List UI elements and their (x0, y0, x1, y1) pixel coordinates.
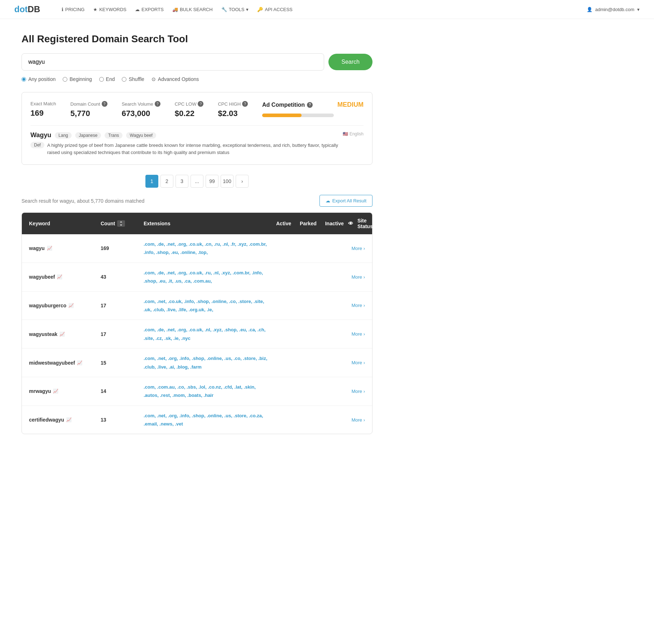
extensions-cell: .com, .com.au, .co, .sbs, .lol, .co.nz, … (144, 383, 272, 400)
extensions-cell: .com, .net, .org, .info, .shop, .online,… (144, 354, 272, 371)
table-row: wagyu 📈 169 .com, .de, .net, .org, .co.u… (22, 234, 372, 263)
eye-icon: 👁 (348, 221, 353, 226)
truck-icon: 🚚 (172, 7, 178, 12)
keyword-cell: mrwagyu 📈 (29, 388, 101, 394)
export-button[interactable]: ☁ Export All Result (319, 195, 372, 207)
keyword-cell: wagyuburgerco 📈 (29, 303, 101, 308)
header-status: Active Parked Inactive 👁 Site Status (272, 218, 365, 229)
trend-icon[interactable]: 📈 (57, 274, 62, 279)
page-2[interactable]: 2 (160, 175, 173, 188)
count-cell: 169 (101, 245, 144, 251)
chevron-down-icon: ▾ (637, 7, 640, 12)
advanced-options-toggle[interactable]: ⊙ Advanced Options (152, 76, 199, 82)
more-link[interactable]: More › (351, 360, 365, 365)
ad-competition-info-icon[interactable]: ? (307, 102, 313, 108)
keyword-wagyu: wagyu (29, 245, 45, 251)
trend-icon[interactable]: 📈 (47, 246, 52, 251)
search-input[interactable] (21, 53, 324, 71)
page-3[interactable]: 3 (175, 175, 188, 188)
page-ellipsis: ... (191, 175, 203, 188)
sort-icon[interactable] (117, 220, 125, 227)
stat-ad-competition: Ad Competition ? MEDIUM (262, 101, 364, 117)
extensions-cell: .com, .net, .org, .info, .shop, .online,… (144, 412, 272, 428)
result-info: Search result for wagyu, about 5,770 dom… (21, 195, 372, 207)
extensions-cell: .com, .de, .net, .org, .co.uk, .cn, .ru,… (144, 240, 272, 257)
flag-icon: 🇺🇸 (343, 131, 348, 136)
nav-tools[interactable]: 🔧 TOOLS ▾ (221, 7, 249, 12)
more-link[interactable]: More › (351, 274, 365, 280)
wagyu-beef-tag: Wagyu beef (126, 132, 156, 139)
position-any[interactable]: Any position (21, 76, 56, 82)
position-shuffle[interactable]: Shuffle (122, 76, 144, 82)
more-cell: More › (272, 417, 365, 423)
count-cell: 14 (101, 388, 144, 394)
more-link[interactable]: More › (351, 417, 365, 423)
search-button[interactable]: Search (328, 54, 372, 70)
more-link[interactable]: More › (351, 389, 365, 394)
domain-count-info-icon[interactable]: ? (102, 101, 107, 107)
logo[interactable]: dotDB (14, 4, 40, 14)
cpc-high-info-icon[interactable]: ? (242, 101, 248, 107)
toggle-icon: ⊙ (152, 76, 156, 82)
stat-domain-count: Domain Count ? 5,770 (71, 101, 107, 118)
cloud-icon: ☁ (135, 7, 140, 12)
search-volume-info-icon[interactable]: ? (155, 101, 160, 107)
keyword-midwestwagyubeef: midwestwagyubeef (29, 360, 75, 366)
trend-icon[interactable]: 📈 (59, 332, 65, 337)
more-link[interactable]: More › (351, 303, 365, 308)
stat-cpc-low: CPC LOW ? $0.22 (175, 101, 204, 118)
more-cell: More › (272, 246, 365, 251)
user-icon: 👤 (587, 7, 592, 12)
page-1[interactable]: 1 (145, 175, 158, 188)
nav-pricing[interactable]: ℹ PRICING (62, 7, 85, 12)
more-link[interactable]: More › (351, 331, 365, 337)
nav-keywords[interactable]: ★ KEYWORDS (93, 7, 126, 12)
main-nav: ℹ PRICING ★ KEYWORDS ☁ EXPORTS 🚚 BULK SE… (62, 7, 640, 12)
keyword-cell: wagyu 📈 (29, 245, 101, 251)
extensions-cell: .com, .de, .net, .org, .co.uk, .ru, .nl,… (144, 269, 272, 285)
stat-cpc-high: CPC HIGH ? $2.03 (218, 101, 248, 118)
table-row: wagyusteak 📈 17 .com, .de, .net, .org, .… (22, 320, 372, 349)
user-menu[interactable]: 👤 admin@dotdb.com ▾ (587, 7, 640, 12)
nav-bulk-search[interactable]: 🚚 BULK SEARCH (172, 7, 213, 12)
info-icon: ℹ (62, 7, 63, 12)
page-next[interactable]: › (236, 175, 249, 188)
ad-competition-fill (262, 114, 302, 117)
page-99[interactable]: 99 (206, 175, 218, 188)
position-beginning[interactable]: Beginning (63, 76, 92, 82)
stat-search-volume: Search Volume ? 673,000 (122, 101, 160, 118)
nav-exports[interactable]: ☁ EXPORTS (135, 7, 164, 12)
word-language: 🇺🇸 English (343, 131, 364, 136)
trend-icon[interactable]: 📈 (68, 303, 74, 308)
extensions-cell: .com, .net, .co.uk, .info, .shop, .onlin… (144, 297, 272, 314)
trend-icon[interactable]: 📈 (66, 417, 72, 422)
count-cell: 17 (101, 331, 144, 337)
stats-row: Exact Match 169 Domain Count ? 5,770 Sea… (30, 101, 364, 118)
more-cell: More › (272, 274, 365, 280)
position-options: Any position Beginning End Shuffle ⊙ Adv… (21, 76, 372, 82)
page-100[interactable]: 100 (221, 175, 234, 188)
chevron-down-icon: ▾ (246, 7, 249, 12)
position-end[interactable]: End (99, 76, 115, 82)
keyword-certifiedwagyu: certifiedwagyu (29, 417, 64, 423)
cpc-low-info-icon[interactable]: ? (198, 101, 203, 107)
table-row: wagyubeef 📈 43 .com, .de, .net, .org, .c… (22, 263, 372, 292)
lang-tag: Lang (55, 132, 72, 139)
keyword-cell: midwestwagyubeef 📈 (29, 360, 101, 366)
count-cell: 17 (101, 303, 144, 308)
word-header: Wagyu Lang Japanese Trans Wagyu beef (30, 131, 343, 139)
trend-icon[interactable]: 📈 (77, 360, 82, 365)
stats-card: Exact Match 169 Domain Count ? 5,770 Sea… (21, 92, 372, 165)
result-summary: Search result for wagyu, about 5,770 dom… (21, 198, 144, 204)
keyword-wagyusteak: wagyusteak (29, 331, 57, 337)
pagination: 1 2 3 ... 99 100 › (21, 175, 372, 188)
count-cell: 13 (101, 417, 144, 423)
table-row: mrwagyu 📈 14 .com, .com.au, .co, .sbs, .… (22, 377, 372, 406)
more-cell: More › (272, 389, 365, 394)
trend-icon[interactable]: 📈 (53, 389, 58, 394)
word-section: Wagyu Lang Japanese Trans Wagyu beef Def… (30, 125, 364, 156)
count-cell: 15 (101, 360, 144, 366)
word-definition: Def A highly prized type of beef from Ja… (30, 142, 343, 156)
more-link[interactable]: More › (351, 246, 365, 251)
nav-api-access[interactable]: 🔑 API ACCESS (257, 7, 292, 12)
